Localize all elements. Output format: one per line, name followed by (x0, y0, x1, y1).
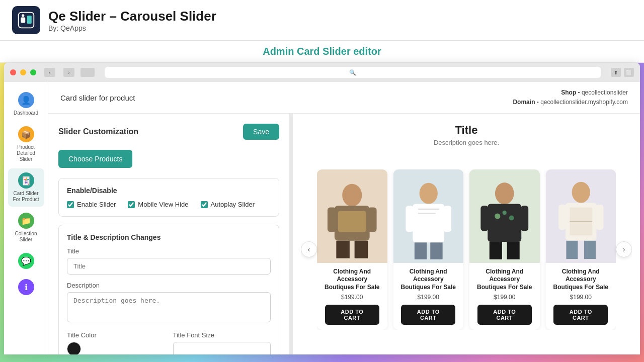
dashboard-icon: 👤 (18, 92, 34, 108)
mac-window: ‹ › 🔍 ⬆ ⬜ 👤 Dashboard 📦 Product Detailed… (4, 63, 640, 354)
product-name-1: Clothing And Accessory Boutiques For Sal… (322, 268, 382, 292)
app-icon (12, 6, 40, 34)
sidebar-item-dashboard[interactable]: 👤 Dashboard (8, 88, 44, 120)
svg-rect-36 (558, 205, 566, 230)
autoplay-slider-label: Autoplay Slider (211, 201, 255, 208)
title-color-input-row (67, 342, 165, 354)
product-info-4: Clothing And Accessory Boutiques For Sal… (546, 263, 616, 330)
shop-value: qecollectionslider (582, 89, 628, 96)
autoplay-slider-checkbox[interactable]: Autoplay Slider (201, 201, 255, 208)
product-price-3: $199.00 (494, 294, 515, 301)
product-image-1 (317, 169, 387, 263)
admin-title: Admin Card Slider editor (263, 46, 381, 57)
content-area: Card slider for product Shop - qecollect… (48, 82, 640, 354)
add-to-cart-button-2[interactable]: ADD TO CART (401, 305, 455, 325)
mac-minimize-dot[interactable] (20, 69, 26, 75)
desc-textarea[interactable] (67, 292, 271, 322)
svg-rect-8 (355, 241, 368, 258)
sidebar-item-collection[interactable]: 📁 Collection Slider (8, 209, 44, 247)
product-price-1: $199.00 (341, 294, 363, 301)
title-label: Title (67, 247, 271, 255)
card-slider-icon: 🃏 (18, 172, 34, 189)
autoplay-slider-input[interactable] (201, 201, 208, 208)
mac-address-bar: 🔍 (105, 67, 601, 78)
enable-slider-checkbox[interactable]: Enable Slider (67, 201, 116, 208)
mac-pip-button[interactable]: ⬜ (624, 68, 634, 77)
sidebar-item-card-slider[interactable]: 🃏 Card Slider For Product (8, 168, 44, 207)
svg-point-3 (22, 14, 24, 17)
product-detailed-icon: 📦 (18, 126, 34, 142)
mac-back-button[interactable]: ‹ (44, 68, 55, 77)
svg-rect-18 (443, 206, 451, 232)
carousel-prev-button[interactable]: ‹ (301, 241, 317, 257)
carousel-track: Clothing And Accessory Boutiques For Sal… (317, 169, 616, 330)
title-form-group: Title (67, 247, 271, 275)
svg-rect-15 (414, 242, 426, 259)
product-image-3 (469, 169, 540, 263)
preview-title: Title (301, 124, 632, 137)
svg-rect-7 (336, 241, 350, 258)
preview-description: Description goes here. (301, 139, 632, 146)
svg-point-29 (503, 211, 507, 215)
title-color-swatch[interactable] (67, 342, 81, 354)
sidebar-label-product-detailed: Product Detailed Slider (10, 144, 42, 162)
mac-close-dot[interactable] (10, 69, 16, 75)
page-title: Card slider for product (60, 94, 135, 102)
product-card-4: Clothing And Accessory Boutiques For Sal… (546, 169, 616, 330)
mac-toolbar-right: ⬆ ⬜ (611, 68, 634, 77)
app-title-block: Qe Slider – Carousel Slider By: QeApps (48, 9, 216, 32)
svg-rect-16 (430, 242, 442, 259)
mac-layout-button[interactable] (80, 68, 95, 77)
svg-rect-20 (418, 213, 435, 214)
whatsapp-icon: 💬 (18, 253, 34, 269)
sidebar-item-support[interactable]: ℹ (8, 275, 44, 299)
enable-slider-label: Enable Slider (77, 201, 116, 208)
domain-label: Domain - (513, 99, 538, 106)
svg-point-22 (495, 183, 514, 204)
svg-point-32 (572, 182, 590, 203)
mac-share-button[interactable]: ⬆ (611, 68, 621, 77)
title-color-col: Title Color (67, 331, 165, 354)
choose-products-button[interactable]: Choose Products (58, 150, 132, 168)
page-header: Card slider for product Shop - qecollect… (48, 82, 640, 114)
product-info-3: Clothing And Accessory Boutiques For Sal… (469, 263, 540, 330)
mobile-view-hide-label: Mobile View Hide (138, 201, 188, 208)
add-to-cart-button-3[interactable]: ADD TO CART (477, 305, 532, 325)
title-font-size-col: Title Font Size 22 (173, 331, 271, 354)
add-to-cart-button-4[interactable]: ADD TO CART (553, 305, 608, 325)
shop-label: Shop - (561, 89, 580, 96)
mac-search-icon: 🔍 (349, 69, 356, 76)
mobile-view-hide-checkbox[interactable]: Mobile View Hide (128, 201, 188, 208)
svg-rect-17 (406, 206, 413, 232)
product-name-2: Clothing And Accessory Boutiques For Sal… (398, 268, 459, 292)
title-input[interactable] (67, 258, 271, 275)
domain-line: Domain - qecollectionslider.myshopify.co… (513, 98, 628, 107)
carousel-next-button[interactable]: › (616, 241, 632, 257)
enable-disable-section: Enable/Disable Enable Slider Mobile View… (58, 178, 279, 217)
sidebar-item-whatsapp[interactable]: 💬 (8, 249, 44, 273)
sidebar-label-collection: Collection Slider (10, 231, 42, 243)
save-button[interactable]: Save (243, 124, 279, 140)
product-card-1: Clothing And Accessory Boutiques For Sal… (317, 169, 387, 330)
product-info-2: Clothing And Accessory Boutiques For Sal… (393, 263, 464, 330)
mac-forward-button[interactable]: › (63, 68, 74, 77)
product-name-3: Clothing And Accessory Boutiques For Sal… (474, 268, 535, 292)
svg-rect-24 (490, 242, 502, 259)
add-to-cart-button-1[interactable]: ADD TO CART (325, 305, 379, 325)
mac-maximize-dot[interactable] (30, 69, 36, 75)
app-name: Qe Slider – Carousel Slider (48, 9, 216, 24)
desc-label: Description (67, 282, 271, 289)
sidebar-item-product-detailed[interactable]: 📦 Product Detailed Slider (8, 122, 44, 166)
carousel-container: ‹ (301, 154, 632, 344)
title-desc-heading: Title & Description Changes (67, 233, 271, 241)
svg-point-30 (509, 215, 514, 220)
mobile-view-hide-input[interactable] (128, 201, 135, 208)
enable-slider-input[interactable] (67, 201, 74, 208)
shop-info: Shop - qecollectionslider Domain - qecol… (513, 88, 628, 107)
title-font-size-input[interactable]: 22 (173, 342, 271, 354)
svg-rect-26 (480, 206, 488, 231)
svg-rect-35 (584, 241, 596, 259)
domain-value: qecollectionslider.myshopify.com (540, 99, 628, 106)
svg-point-5 (342, 184, 362, 207)
collection-icon: 📁 (18, 213, 34, 229)
